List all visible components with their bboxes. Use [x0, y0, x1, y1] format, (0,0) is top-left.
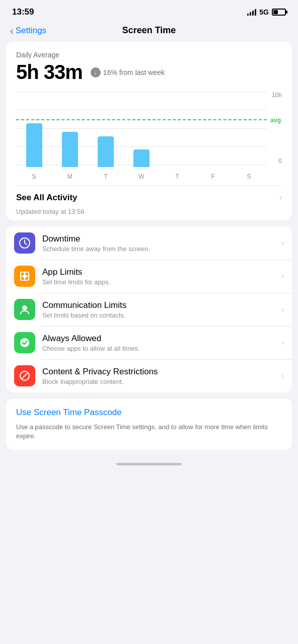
app-limits-title: App Limits: [42, 267, 274, 277]
change-badge: ↓ 16% from last week: [91, 67, 165, 77]
svg-point-2: [23, 274, 27, 278]
app-limits-subtitle: Set time limits for apps.: [42, 278, 274, 286]
battery-fill: [273, 10, 278, 14]
always-allowed-text: Always Allowed Choose apps to allow at a…: [42, 334, 274, 352]
see-all-activity-row[interactable]: See All Activity ›: [16, 185, 282, 205]
status-icons: 5G: [247, 8, 286, 16]
always-allowed-title: Always Allowed: [42, 334, 274, 344]
change-arrow-icon: ↓: [91, 67, 101, 77]
home-bar: [116, 463, 182, 465]
bar-m: [62, 132, 78, 167]
bar-col-w: [123, 94, 159, 167]
downtime-subtitle: Schedule time away from the screen.: [42, 245, 274, 253]
content-privacy-text: Content & Privacy Restrictions Block ina…: [42, 367, 274, 385]
back-label: Settings: [16, 26, 46, 36]
content-privacy-item[interactable]: Content & Privacy Restrictions Block ina…: [6, 359, 292, 392]
bar-col-s2: [231, 94, 267, 167]
x-label-s1: S: [16, 173, 52, 180]
downtime-item[interactable]: Downtime Schedule time away from the scr…: [6, 226, 292, 260]
bar-s1: [26, 123, 42, 167]
main-content: Daily Average 5h 33m ↓ 16% from last wee…: [0, 42, 298, 450]
nav-bar: ‹ Settings Screen Time: [0, 21, 298, 42]
settings-list: Downtime Schedule time away from the scr…: [6, 226, 292, 392]
app-limits-item[interactable]: App Limits Set time limits for apps. ›: [6, 260, 292, 293]
svg-line-5: [22, 373, 28, 379]
network-type: 5G: [259, 8, 269, 16]
communication-svg: [18, 303, 31, 316]
communication-limits-subtitle: Set limits based on contacts.: [42, 311, 274, 319]
x-labels: S M T W T F S: [16, 173, 267, 180]
change-text: 16% from last week: [103, 68, 165, 76]
grid-line-top: [16, 92, 267, 92]
communication-limits-text: Communication Limits Set limits based on…: [42, 300, 274, 319]
app-limits-svg: [18, 270, 31, 283]
always-allowed-item[interactable]: Always Allowed Choose apps to allow at a…: [6, 326, 292, 359]
back-chevron-icon: ‹: [10, 26, 14, 36]
always-allowed-chevron-icon: ›: [281, 338, 284, 347]
chart-card: Daily Average 5h 33m ↓ 16% from last wee…: [6, 42, 292, 220]
bar-w: [133, 149, 150, 167]
bar-col-t2: [160, 94, 195, 167]
communication-limits-title: Communication Limits: [42, 300, 274, 310]
always-allowed-icon: [14, 332, 35, 353]
downtime-chevron-icon: ›: [281, 238, 284, 248]
status-bar: 13:59 5G: [0, 0, 298, 21]
avg-label: avg: [270, 117, 281, 124]
content-privacy-title: Content & Privacy Restrictions: [42, 367, 274, 377]
battery-icon: [272, 9, 286, 16]
bar-chart: 10h 0 avg: [16, 92, 282, 182]
daily-avg-time: 5h 33m: [16, 61, 83, 84]
daily-avg-label: Daily Average: [16, 51, 282, 59]
downtime-text: Downtime Schedule time away from the scr…: [42, 234, 274, 253]
communication-limits-icon: [14, 299, 35, 320]
communication-limits-chevron-icon: ›: [281, 305, 284, 314]
bar-col-f: [195, 94, 231, 167]
content-privacy-chevron-icon: ›: [281, 371, 284, 380]
bar-t1: [98, 136, 114, 167]
passcode-description: Use a passcode to secure Screen Time set…: [16, 423, 282, 441]
updated-text: Updated today at 13:58: [16, 205, 282, 215]
x-label-w: W: [123, 173, 159, 180]
downtime-title: Downtime: [42, 234, 274, 244]
always-allowed-subtitle: Choose apps to allow at all times.: [42, 345, 274, 352]
x-label-s2: S: [231, 173, 267, 180]
y-label-bottom: 0: [272, 157, 282, 165]
app-limits-text: App Limits Set time limits for apps.: [42, 267, 274, 286]
x-label-t1: T: [88, 173, 123, 180]
y-label-top: 10h: [272, 92, 282, 99]
downtime-svg: [18, 236, 31, 250]
bars-container: [16, 94, 267, 167]
page-title: Screen Time: [122, 25, 176, 36]
see-all-chevron-icon: ›: [279, 193, 282, 202]
bar-col-t1: [88, 94, 123, 167]
x-label-f: F: [195, 173, 231, 180]
always-allowed-svg: [18, 336, 31, 349]
app-limits-icon: [14, 266, 35, 287]
home-indicator: [0, 458, 298, 469]
x-label-m: M: [52, 173, 88, 180]
x-label-t2: T: [160, 173, 195, 180]
downtime-icon: [14, 232, 35, 254]
content-privacy-icon: [14, 365, 35, 386]
status-time: 13:59: [12, 7, 34, 17]
passcode-card: Use Screen Time Passcode Use a passcode …: [6, 398, 292, 450]
bar-col-s1: [16, 94, 52, 167]
passcode-button[interactable]: Use Screen Time Passcode: [16, 408, 282, 418]
bar-col-m: [52, 94, 88, 167]
back-button[interactable]: ‹ Settings: [10, 26, 46, 36]
signal-bars-icon: [247, 9, 256, 16]
see-all-activity-label: See All Activity: [16, 193, 78, 203]
communication-limits-item[interactable]: Communication Limits Set limits based on…: [6, 293, 292, 326]
daily-avg-row: 5h 33m ↓ 16% from last week: [16, 61, 282, 84]
content-privacy-subtitle: Block inappropriate content.: [42, 378, 274, 385]
content-privacy-svg: [18, 369, 31, 382]
chart-y-labels: 10h 0: [272, 92, 282, 165]
svg-point-3: [22, 305, 27, 310]
app-limits-chevron-icon: ›: [281, 272, 284, 281]
